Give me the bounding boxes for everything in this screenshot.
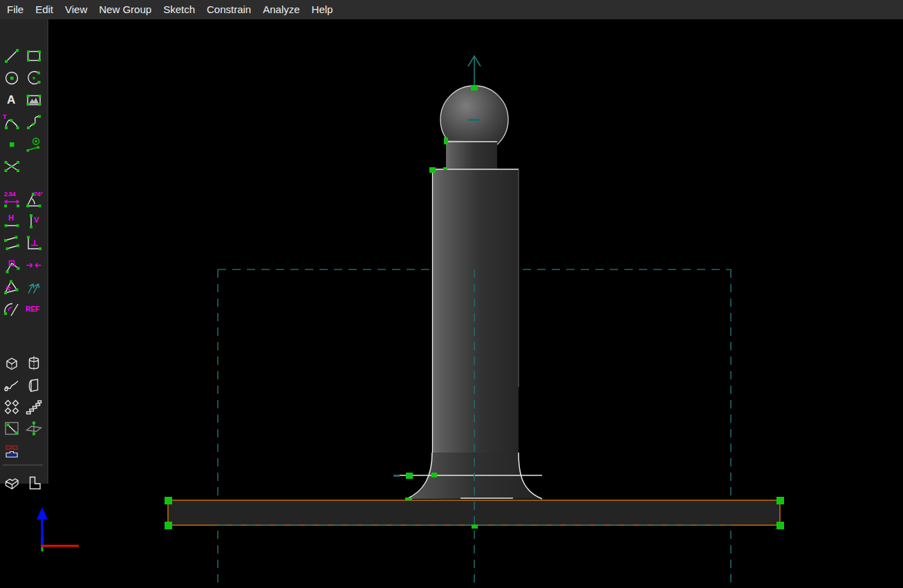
other-angle-constraint-icon[interactable] [3,301,21,319]
horizontal-constraint-icon[interactable]: H [3,212,21,230]
rectangle-icon[interactable] [25,47,43,65]
toolbar-divider [3,464,43,466]
normal-arrow [468,56,481,90]
image-tool-icon[interactable] [25,91,43,109]
menu-bar: File Edit View New Group Sketch Constrai… [0,0,903,19]
toggle-construction-icon[interactable] [25,135,43,153]
link-assemble-icon[interactable] [3,442,21,460]
cubic-spline-icon[interactable] [25,113,43,131]
step-repeat-icon[interactable] [25,398,43,416]
datum-point-icon[interactable] [3,135,21,153]
main-column[interactable] [432,169,519,454]
menu-item-constrain[interactable]: Constrain [207,0,251,19]
line-segment-icon[interactable] [3,47,21,65]
y-axis-arrowhead [37,507,48,520]
tool-palette: A T 2.54 74° H V REF [0,19,48,484]
circle-icon[interactable] [3,69,21,87]
menu-item-help[interactable]: Help [312,0,333,19]
menu-item-edit[interactable]: Edit [35,0,53,19]
extrude-icon[interactable] [3,354,21,372]
menu-item-analyze[interactable]: Analyze [263,0,299,19]
lathe-icon[interactable] [25,354,43,372]
sketch-in-3d-icon[interactable] [25,419,43,437]
same-orientation-constraint-icon[interactable] [25,278,43,296]
angle-constraint-icon[interactable]: 74° [25,191,43,209]
text-tool-icon[interactable]: A [3,91,21,109]
sketch-in-workplane-icon[interactable] [3,419,21,437]
vertical-constraint-icon[interactable]: V [25,212,43,230]
neck-cylinder[interactable] [446,140,497,170]
parallel-constraint-icon[interactable] [3,234,21,252]
point-on-line-constraint-icon[interactable] [3,256,21,274]
arc-icon[interactable] [25,69,43,87]
symmetric-constraint-icon[interactable] [25,256,43,274]
isometric-view-icon[interactable] [3,474,21,492]
menu-item-view[interactable]: View [65,0,87,19]
reference-dimension-icon[interactable]: REF [25,301,43,319]
align-view-to-workplane-icon[interactable] [25,474,43,492]
helix-icon[interactable] [3,377,21,395]
split-curves-icon[interactable] [3,158,21,176]
tangent-arc-icon[interactable]: T [3,113,21,131]
distance-constraint-icon[interactable]: 2.54 [3,191,21,209]
rotate-repeat-icon[interactable] [3,398,21,416]
origin-triad [37,507,79,551]
perpendicular-constraint-icon[interactable] [25,234,43,252]
menu-item-file[interactable]: File [7,0,24,19]
sphere-center-mark[interactable] [468,119,480,121]
menu-item-sketch[interactable]: Sketch [163,0,195,19]
equal-constraint-icon[interactable] [3,278,21,296]
model-viewport[interactable] [0,0,903,588]
menu-item-new-group[interactable]: New Group [99,0,151,19]
revolve-icon[interactable] [25,377,43,395]
